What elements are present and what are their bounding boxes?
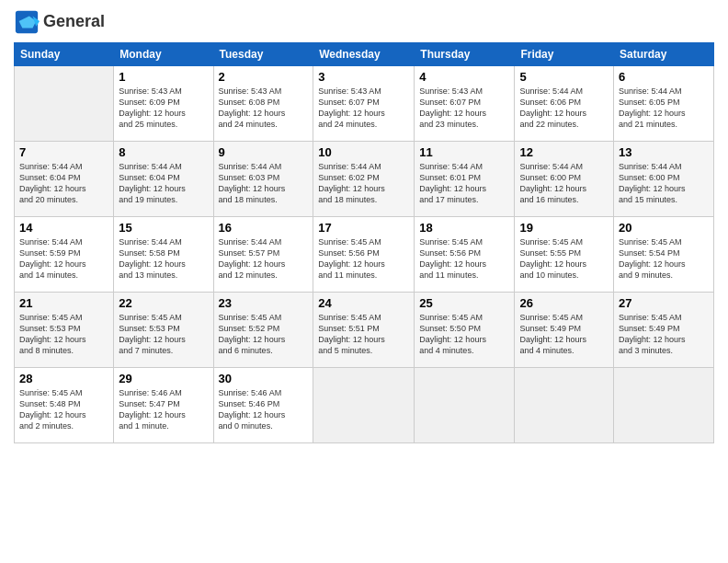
day-number: 25	[419, 296, 509, 310]
day-info: Sunrise: 5:44 AMSunset: 6:04 PMDaylight:…	[119, 161, 208, 206]
calendar-header-row: SundayMondayTuesdayWednesdayThursdayFrid…	[15, 43, 714, 66]
day-info: Sunrise: 5:44 AMSunset: 6:04 PMDaylight:…	[19, 161, 108, 206]
weekday-header-saturday: Saturday	[614, 43, 714, 66]
day-number: 17	[318, 221, 409, 235]
calendar-week-row: 14Sunrise: 5:44 AMSunset: 5:59 PMDayligh…	[15, 217, 714, 293]
day-info: Sunrise: 5:45 AMSunset: 5:50 PMDaylight:…	[419, 312, 509, 357]
weekday-header-sunday: Sunday	[15, 43, 114, 66]
calendar-cell: 9Sunrise: 5:44 AMSunset: 6:03 PMDaylight…	[213, 142, 313, 217]
day-number: 14	[19, 221, 108, 235]
day-info: Sunrise: 5:44 AMSunset: 5:59 PMDaylight:…	[19, 236, 108, 282]
logo-text: General	[43, 13, 105, 31]
calendar-week-row: 1Sunrise: 5:43 AMSunset: 6:09 PMDaylight…	[15, 66, 714, 142]
calendar-week-row: 7Sunrise: 5:44 AMSunset: 6:04 PMDaylight…	[15, 142, 714, 217]
weekday-header-thursday: Thursday	[415, 43, 515, 66]
day-info: Sunrise: 5:45 AMSunset: 5:54 PMDaylight:…	[619, 236, 709, 282]
calendar-cell: 24Sunrise: 5:45 AMSunset: 5:51 PMDayligh…	[313, 293, 415, 368]
day-number: 9	[219, 145, 309, 159]
day-number: 11	[419, 145, 509, 159]
day-number: 2	[219, 70, 309, 84]
calendar-cell	[15, 66, 114, 142]
day-info: Sunrise: 5:43 AMSunset: 6:07 PMDaylight:…	[419, 86, 509, 131]
calendar-cell: 29Sunrise: 5:46 AMSunset: 5:47 PMDayligh…	[114, 368, 213, 443]
logo: General	[14, 9, 105, 35]
calendar-cell: 5Sunrise: 5:44 AMSunset: 6:06 PMDaylight…	[515, 66, 614, 142]
header: General	[14, 9, 714, 35]
calendar-cell: 21Sunrise: 5:45 AMSunset: 5:53 PMDayligh…	[15, 293, 114, 368]
day-info: Sunrise: 5:45 AMSunset: 5:48 PMDaylight:…	[19, 387, 108, 432]
logo-icon	[14, 9, 40, 35]
calendar-cell: 4Sunrise: 5:43 AMSunset: 6:07 PMDaylight…	[415, 66, 515, 142]
day-info: Sunrise: 5:45 AMSunset: 5:56 PMDaylight:…	[419, 236, 509, 282]
day-number: 5	[519, 70, 609, 84]
day-number: 19	[519, 221, 609, 235]
calendar-cell	[415, 368, 515, 443]
day-number: 4	[419, 70, 509, 84]
calendar-cell: 13Sunrise: 5:44 AMSunset: 6:00 PMDayligh…	[614, 142, 714, 217]
day-info: Sunrise: 5:45 AMSunset: 5:53 PMDaylight:…	[19, 312, 108, 357]
calendar-cell: 23Sunrise: 5:45 AMSunset: 5:52 PMDayligh…	[213, 293, 313, 368]
calendar-cell: 12Sunrise: 5:44 AMSunset: 6:00 PMDayligh…	[515, 142, 614, 217]
day-number: 13	[619, 145, 709, 159]
calendar-table: SundayMondayTuesdayWednesdayThursdayFrid…	[14, 42, 714, 443]
day-number: 3	[318, 70, 409, 84]
calendar-cell: 16Sunrise: 5:44 AMSunset: 5:57 PMDayligh…	[213, 217, 313, 293]
day-number: 30	[219, 372, 309, 385]
day-info: Sunrise: 5:45 AMSunset: 5:49 PMDaylight:…	[619, 312, 709, 357]
day-number: 22	[119, 296, 208, 310]
day-number: 10	[318, 145, 409, 159]
day-info: Sunrise: 5:43 AMSunset: 6:08 PMDaylight:…	[219, 86, 309, 131]
weekday-header-wednesday: Wednesday	[313, 43, 415, 66]
day-info: Sunrise: 5:44 AMSunset: 5:57 PMDaylight:…	[219, 236, 309, 282]
calendar-cell: 27Sunrise: 5:45 AMSunset: 5:49 PMDayligh…	[614, 293, 714, 368]
day-info: Sunrise: 5:44 AMSunset: 6:02 PMDaylight:…	[318, 161, 409, 206]
day-info: Sunrise: 5:45 AMSunset: 5:53 PMDaylight:…	[119, 312, 208, 357]
day-number: 21	[19, 296, 108, 310]
day-number: 24	[318, 296, 409, 310]
day-number: 26	[519, 296, 609, 310]
calendar-cell	[614, 368, 714, 443]
day-info: Sunrise: 5:46 AMSunset: 5:46 PMDaylight:…	[219, 387, 309, 432]
day-info: Sunrise: 5:44 AMSunset: 6:01 PMDaylight:…	[419, 161, 509, 206]
day-info: Sunrise: 5:44 AMSunset: 6:06 PMDaylight:…	[519, 86, 609, 131]
day-info: Sunrise: 5:45 AMSunset: 5:52 PMDaylight:…	[219, 312, 309, 357]
day-info: Sunrise: 5:44 AMSunset: 6:05 PMDaylight:…	[619, 86, 709, 131]
calendar-cell: 1Sunrise: 5:43 AMSunset: 6:09 PMDaylight…	[114, 66, 213, 142]
day-number: 29	[119, 372, 208, 385]
day-info: Sunrise: 5:45 AMSunset: 5:51 PMDaylight:…	[318, 312, 409, 357]
weekday-header-friday: Friday	[515, 43, 614, 66]
calendar-cell: 28Sunrise: 5:45 AMSunset: 5:48 PMDayligh…	[15, 368, 114, 443]
day-info: Sunrise: 5:46 AMSunset: 5:47 PMDaylight:…	[119, 387, 208, 432]
day-number: 23	[219, 296, 309, 310]
calendar-cell: 17Sunrise: 5:45 AMSunset: 5:56 PMDayligh…	[313, 217, 415, 293]
day-number: 16	[219, 221, 309, 235]
day-number: 15	[119, 221, 208, 235]
day-info: Sunrise: 5:44 AMSunset: 6:00 PMDaylight:…	[619, 161, 709, 206]
weekday-header-monday: Monday	[114, 43, 213, 66]
calendar-cell: 19Sunrise: 5:45 AMSunset: 5:55 PMDayligh…	[515, 217, 614, 293]
day-number: 1	[119, 70, 208, 84]
calendar-cell: 14Sunrise: 5:44 AMSunset: 5:59 PMDayligh…	[15, 217, 114, 293]
calendar-cell: 11Sunrise: 5:44 AMSunset: 6:01 PMDayligh…	[415, 142, 515, 217]
day-number: 27	[619, 296, 709, 310]
day-number: 8	[119, 145, 208, 159]
calendar-body: 1Sunrise: 5:43 AMSunset: 6:09 PMDaylight…	[15, 66, 714, 443]
day-info: Sunrise: 5:44 AMSunset: 5:58 PMDaylight:…	[119, 236, 208, 282]
calendar-cell: 10Sunrise: 5:44 AMSunset: 6:02 PMDayligh…	[313, 142, 415, 217]
calendar-week-row: 28Sunrise: 5:45 AMSunset: 5:48 PMDayligh…	[15, 368, 714, 443]
calendar-cell: 30Sunrise: 5:46 AMSunset: 5:46 PMDayligh…	[213, 368, 313, 443]
calendar-cell: 26Sunrise: 5:45 AMSunset: 5:49 PMDayligh…	[515, 293, 614, 368]
day-info: Sunrise: 5:45 AMSunset: 5:49 PMDaylight:…	[519, 312, 609, 357]
day-info: Sunrise: 5:44 AMSunset: 6:00 PMDaylight:…	[519, 161, 609, 206]
day-number: 7	[19, 145, 108, 159]
day-info: Sunrise: 5:43 AMSunset: 6:09 PMDaylight:…	[119, 86, 208, 131]
day-info: Sunrise: 5:44 AMSunset: 6:03 PMDaylight:…	[219, 161, 309, 206]
day-info: Sunrise: 5:45 AMSunset: 5:55 PMDaylight:…	[519, 236, 609, 282]
weekday-header-tuesday: Tuesday	[213, 43, 313, 66]
calendar-cell: 20Sunrise: 5:45 AMSunset: 5:54 PMDayligh…	[614, 217, 714, 293]
day-number: 12	[519, 145, 609, 159]
calendar-cell: 2Sunrise: 5:43 AMSunset: 6:08 PMDaylight…	[213, 66, 313, 142]
day-number: 28	[19, 372, 108, 385]
calendar-cell: 18Sunrise: 5:45 AMSunset: 5:56 PMDayligh…	[415, 217, 515, 293]
calendar-cell: 7Sunrise: 5:44 AMSunset: 6:04 PMDaylight…	[15, 142, 114, 217]
